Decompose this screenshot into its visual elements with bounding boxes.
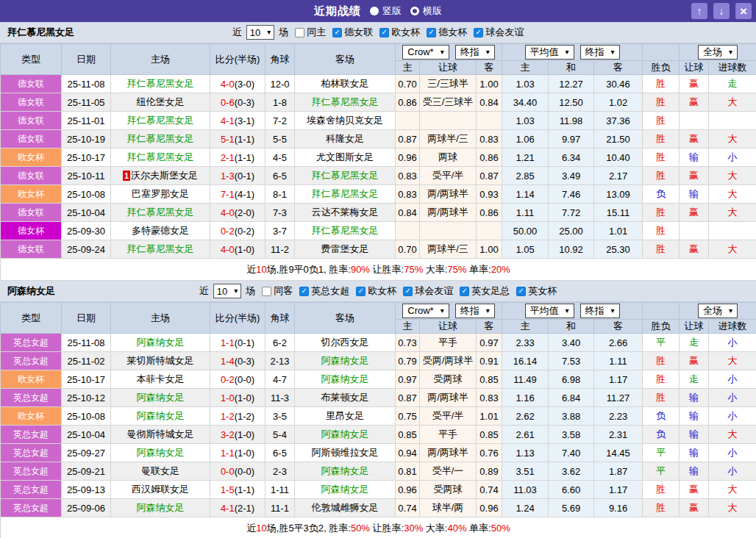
avg-draw-odds: 7.40 [549, 444, 594, 462]
recent-label: 近 [232, 26, 242, 39]
odds-stage-select[interactable]: 终指▾ [455, 45, 495, 60]
subcol-goals-result: 进球数 [709, 320, 756, 334]
match-row: 德女联25-11-08拜仁慕尼黑女足4-0(3-0)12-0柏林联女足0.70三… [1, 75, 756, 93]
avg-home-odds: 1.05 [502, 240, 549, 259]
league-filter-checkbox[interactable]: ✓球会友谊 [474, 26, 525, 39]
average-mode-select[interactable]: 平均值▾ [525, 45, 574, 60]
recent-count-select[interactable]: 10▾ [213, 284, 242, 298]
home-team-name: 拜仁慕尼黑女足 [127, 151, 194, 162]
home-team: 拜仁慕尼黑女足 [111, 112, 210, 130]
avg-home-odds: 1.03 [502, 112, 549, 130]
average-stage-select[interactable]: 终指▾ [580, 45, 620, 60]
league-filter-checkbox[interactable]: ✓欧女杯 [356, 284, 398, 298]
title-bar: 近期战绩 竖版 横版 ↑ ↓ × [0, 0, 756, 22]
fulltime-score: 0-6 [221, 97, 235, 108]
corner-score: 7-2 [265, 112, 295, 130]
handicap-away-odds: 0.97 [477, 334, 502, 352]
subcol-result: 胜负 [643, 320, 680, 334]
handicap-home-odds: 0.85 [396, 426, 420, 444]
handicap-line: 两/两球半 [420, 185, 477, 204]
halftime-score: (1-1) [235, 134, 254, 145]
league-filter-checkbox[interactable]: ✓德女杯 [427, 26, 468, 39]
league-filter-checkbox[interactable]: ✓英女足总 [460, 284, 511, 298]
col-header-score: 比分(半场) [210, 303, 265, 334]
odds-company-select[interactable]: Crow*▾ [402, 45, 449, 60]
league-filter-checkbox[interactable]: ✓英女杯 [516, 284, 558, 298]
halftime-score: (0-2) [235, 226, 254, 237]
handicap-away-odds: 0.89 [477, 462, 502, 481]
same-venue-checkbox[interactable]: 同客 [262, 284, 294, 298]
fulltime-score: 0-2 [221, 226, 235, 237]
corner-score: 11-1 [265, 499, 295, 517]
match-date: 25-10-17 [62, 148, 111, 167]
away-team: 科隆女足 [295, 130, 396, 148]
handicap-result-cell: 赢 [680, 204, 709, 222]
corner-score: 6-5 [265, 167, 295, 185]
avg-draw-odds: 3.58 [549, 426, 594, 444]
recent-count-select[interactable]: 10▾ [246, 25, 275, 40]
corner-score: 2-13 [265, 352, 295, 370]
radio-vertical-layout[interactable]: 竖版 [370, 4, 402, 18]
handicap-home-odds: 0.73 [396, 334, 420, 352]
halftime-score: (2-1) [235, 503, 254, 514]
result-cell: 负 [643, 426, 680, 444]
halftime-score: (0-3) [235, 356, 254, 367]
home-team-name: 拜仁慕尼黑女足 [127, 78, 194, 89]
checkbox-checked-icon: ✓ [299, 287, 309, 296]
league-filter-checkbox[interactable]: ✓英总女超 [299, 284, 351, 298]
scope-select[interactable]: 全场▾ [698, 304, 738, 318]
move-down-button[interactable]: ↓ [713, 3, 730, 19]
league-filter-checkbox[interactable]: ✓欧女杯 [379, 26, 421, 39]
summary-segment: 50% [491, 523, 510, 534]
odds-company-select[interactable]: Crow*▾ [402, 304, 449, 318]
radio-horizontal-layout[interactable]: 横版 [410, 4, 442, 18]
handicap-line: 两/两球半 [420, 389, 477, 407]
avg-draw-odds: 7.53 [549, 352, 594, 370]
team-name: 拜仁慕尼黑女足 [7, 26, 74, 39]
away-team: 阿森纳女足 [295, 426, 396, 444]
scope-select[interactable]: 全场▾ [698, 45, 738, 60]
subcol-avg-home: 主 [502, 61, 549, 75]
average-mode-select[interactable]: 平均值▾ [525, 304, 574, 318]
score-cell: 4-1(2-1) [210, 499, 265, 517]
away-team-name: 拜仁慕尼黑女足 [312, 170, 379, 181]
home-team: 曼联女足 [111, 462, 210, 481]
away-team: 柏林联女足 [295, 75, 396, 93]
away-team: 拜仁慕尼黑女足 [295, 185, 396, 204]
league-filter-label: 球会友谊 [485, 26, 524, 39]
chevron-down-icon: ▾ [729, 49, 732, 56]
league-filter-checkbox[interactable]: ✓球会友谊 [403, 284, 454, 298]
same-venue-checkbox[interactable]: 同主 [295, 26, 327, 39]
handicap-away-odds: 0.83 [477, 389, 502, 407]
avg-home-odds: 50.00 [502, 222, 549, 240]
handicap-result-cell: 赢 [680, 499, 709, 517]
summary-segment: 让胜率: [370, 523, 404, 534]
halftime-score: (0-1) [235, 171, 254, 182]
match-date: 25-10-08 [62, 185, 111, 204]
close-button[interactable]: × [735, 3, 752, 19]
handicap-line [420, 222, 477, 240]
avg-draw-odds: 7.46 [549, 185, 594, 204]
subcol-avg-draw: 和 [549, 320, 594, 334]
away-team-name: 阿森纳女足 [321, 355, 369, 366]
league-filter-checkbox[interactable]: ✓德女联 [332, 26, 374, 39]
score-cell: 5-1(1-1) [210, 130, 265, 148]
avg-home-odds: 16.14 [502, 352, 549, 370]
results-table-bayern: 类型 日期 主场 比分(半场) 角球 客场 Crow*▾终指▾ 平均值▾终指▾ … [0, 43, 756, 281]
corner-score: 8-1 [265, 185, 295, 204]
handicap-result-cell: 走 [680, 370, 709, 389]
result-cell: 负 [643, 407, 680, 426]
league-filter-label: 欧女杯 [391, 26, 420, 39]
summary-segment: 近 [246, 264, 256, 275]
away-team-name: 科隆女足 [326, 133, 364, 144]
handicap-result-cell: 输 [680, 185, 709, 204]
average-stage-select[interactable]: 终指▾ [580, 304, 620, 318]
fulltime-score: 1-0 [221, 392, 235, 404]
match-type-badge: 德女杯 [1, 222, 62, 240]
avg-home-odds: 1.16 [502, 389, 549, 407]
move-up-button[interactable]: ↑ [691, 3, 707, 19]
match-row: 德女联25-10-111沃尔夫斯堡女足1-3(0-1)6-5拜仁慕尼黑女足0.8… [1, 167, 756, 185]
avg-home-odds: 1.21 [502, 148, 549, 167]
odds-stage-select[interactable]: 终指▾ [455, 304, 495, 318]
away-team-name: 阿森纳女足 [321, 465, 369, 476]
